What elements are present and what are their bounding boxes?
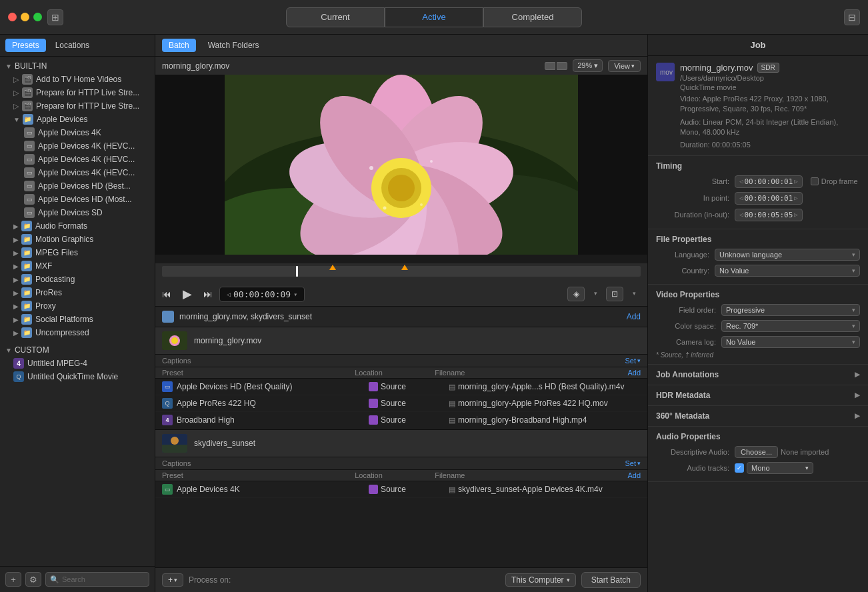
tab-current[interactable]: Current [286, 7, 385, 27]
view-button[interactable]: View ▾ [608, 60, 641, 72]
file-properties-header[interactable]: File Properties [648, 229, 868, 247]
sidebar-item-apple-4k[interactable]: ▭ Apple Devices 4K [0, 126, 155, 139]
captions-dropdown[interactable]: ▾ [627, 287, 641, 300]
sidebar-item-prores[interactable]: ▶ 📁 ProRes [0, 286, 155, 299]
col-add2[interactable]: Add [627, 471, 641, 479]
sidebar-item-http1[interactable]: ▷ 🎬 Prepare for HTTP Live Stre... [0, 86, 155, 99]
dropframe-checkbox[interactable] [811, 177, 819, 185]
set-button[interactable]: Set ▾ [625, 357, 641, 365]
col-add[interactable]: Add [627, 369, 641, 377]
sidebar-item-apple-devices[interactable]: ▼ 📁 Apple Devices [0, 113, 155, 126]
skip-forward-button[interactable]: ⏭ [203, 289, 213, 299]
sidebar-item-http2[interactable]: ▷ 🎬 Prepare for HTTP Live Stre... [0, 99, 155, 113]
descriptive-audio-controls: Choose... None imported [735, 446, 829, 458]
sidebar-item-label: MXF [35, 261, 52, 271]
camera-log-dropdown[interactable]: No Value ▾ [721, 336, 860, 348]
color-space-dropdown[interactable]: Rec. 709* ▾ [721, 320, 860, 332]
maximize-button[interactable] [33, 13, 42, 21]
film-icon: ▭ [24, 181, 35, 191]
country-dropdown[interactable]: No Value ▾ [715, 265, 860, 277]
mark-in-button[interactable]: ◈ [567, 287, 585, 301]
job-annotations-section[interactable]: Job Annotations ▶ [648, 365, 868, 385]
field-order-dropdown[interactable]: Progressive ▾ [721, 304, 860, 316]
sidebar-item-apple-hd-best[interactable]: ▭ Apple Devices HD (Best... [0, 179, 155, 193]
360-metadata-section[interactable]: 360° Metadata ▶ [648, 406, 868, 427]
sidebar-toggle-icon[interactable]: ⊞ [47, 9, 63, 25]
titlebar-right-controls: ⊟ [844, 9, 860, 25]
sidebar-item-label: Prepare for HTTP Live Stre... [36, 101, 139, 111]
sidebar-item-proxy[interactable]: ▶ 📁 Proxy [0, 299, 155, 313]
settings-icon[interactable]: ⊟ [844, 9, 860, 25]
sidebar-tab-presets[interactable]: Presets [5, 39, 46, 52]
sidebar-item-apple-4k-hevc3[interactable]: ▭ Apple Devices 4K (HEVC... [0, 166, 155, 179]
sidebar-item-apple-hd-most[interactable]: ▭ Apple Devices HD (Most... [0, 193, 155, 206]
sidebar-section-custom[interactable]: ▼ CUSTOM [0, 343, 155, 357]
camera-log-select[interactable]: No Value ▾ [721, 336, 860, 348]
sidebar-item-social-platforms[interactable]: ▶ 📁 Social Platforms [0, 313, 155, 326]
search-box[interactable]: 🔍 Search [45, 572, 149, 587]
language-select[interactable]: Unknown language ▾ [715, 249, 860, 261]
sidebar-tabs: Presets Locations [0, 35, 155, 57]
sidebar-item-audio-formats[interactable]: ▶ 📁 Audio Formats [0, 219, 155, 233]
captions-button[interactable]: ⊡ [606, 287, 623, 301]
process-select[interactable]: This Computer ▾ [505, 573, 576, 587]
sidebar-item-mxf[interactable]: ▶ 📁 MXF [0, 259, 155, 273]
settings-button[interactable]: ⚙ [25, 572, 41, 587]
sidebar-tab-locations[interactable]: Locations [49, 39, 96, 52]
view-icon1 [545, 62, 555, 70]
scrubber-bar[interactable] [162, 266, 641, 277]
item-icon: 🎬 [22, 87, 33, 98]
inpoint-timecode[interactable]: ◁ 00:00:00:01 ▷ [735, 192, 803, 205]
sidebar-item-apple-4k-hevc2[interactable]: ▭ Apple Devices 4K (HEVC... [0, 153, 155, 166]
minimize-button[interactable] [21, 13, 29, 21]
tab-completed[interactable]: Completed [483, 7, 582, 27]
sidebar-item-apple-4k-hevc1[interactable]: ▭ Apple Devices 4K (HEVC... [0, 139, 155, 153]
sidebar-item-untitled-mpeg4[interactable]: 4 Untitled MPEG-4 [0, 357, 155, 370]
add-job-button[interactable]: + ▾ [162, 573, 183, 587]
timecode-display[interactable]: ◁ 00:00:00:09 ▾ [219, 287, 305, 302]
start-timecode[interactable]: ◁ 00:00:00:01 ▷ [735, 175, 803, 188]
skip-back-button[interactable]: ⏮ [162, 289, 171, 299]
sidebar-item-label: Untitled MPEG-4 [27, 359, 87, 368]
start-label: Start: [656, 177, 729, 185]
mark-dropdown[interactable]: ▾ [589, 287, 602, 300]
sidebar-item-label: Apple Devices HD (Best... [38, 181, 131, 191]
sidebar-item-podcasting[interactable]: ▶ 📁 Podcasting [0, 273, 155, 286]
add-preset-button[interactable]: + [5, 572, 21, 587]
hdr-metadata-section[interactable]: HDR Metadata ▶ [648, 385, 868, 406]
audio-properties-header[interactable]: Audio Properties [648, 427, 868, 444]
tab-watch-folders[interactable]: Watch Folders [201, 39, 266, 52]
sidebar-item-untitled-qt[interactable]: Q Untitled QuickTime Movie [0, 370, 155, 383]
batch-group-add[interactable]: Add [627, 312, 641, 321]
set-button2[interactable]: Set ▾ [625, 459, 641, 467]
scrubber-thumb[interactable] [296, 266, 298, 277]
video-properties-header[interactable]: Video Properties [648, 285, 868, 302]
none-imported-label: None imported [781, 448, 829, 456]
close-button[interactable] [8, 13, 17, 21]
zoom-control[interactable]: 29% ▾ [573, 59, 603, 72]
sidebar-item-motion-graphics[interactable]: ▶ 📁 Motion Graphics [0, 233, 155, 246]
sidebar-section-builtin[interactable]: ▼ BUILT-IN [0, 59, 155, 73]
audio-track-checkbox[interactable]: ✓ [735, 463, 744, 473]
tab-active[interactable]: Active [385, 7, 483, 27]
sidebar-item-mpeg-files[interactable]: ▶ 📁 MPEG Files [0, 246, 155, 259]
mono-select[interactable]: Mono ▾ [747, 462, 813, 474]
language-dropdown[interactable]: Unknown language ▾ [715, 249, 860, 261]
color-space-select[interactable]: Rec. 709* ▾ [721, 320, 860, 332]
start-batch-button[interactable]: Start Batch [581, 572, 641, 588]
sidebar-item-uncompressed[interactable]: ▶ 📁 Uncompressed [0, 326, 155, 339]
country-select[interactable]: No Value ▾ [715, 265, 860, 277]
sidebar-item-add-tv[interactable]: ▷ 🎬 Add to TV Home Videos [0, 73, 155, 86]
sidebar-item-label: ProRes [35, 288, 62, 297]
sidebar-item-label: Proxy [35, 301, 56, 311]
duration-timecode[interactable]: ◁ 00:00:05:05 ▷ [735, 209, 803, 221]
col-preset: Preset [162, 471, 355, 479]
sidebar-item-label: Untitled QuickTime Movie [27, 372, 118, 381]
field-order-select[interactable]: Progressive ▾ [721, 304, 860, 316]
timing-header[interactable]: Timing [648, 156, 868, 173]
sidebar-item-apple-sd[interactable]: ▭ Apple Devices SD [0, 206, 155, 219]
search-icon: 🔍 [50, 575, 59, 584]
choose-button[interactable]: Choose... [735, 446, 778, 458]
tab-batch[interactable]: Batch [162, 39, 196, 52]
play-button[interactable]: ▶ [178, 285, 197, 303]
